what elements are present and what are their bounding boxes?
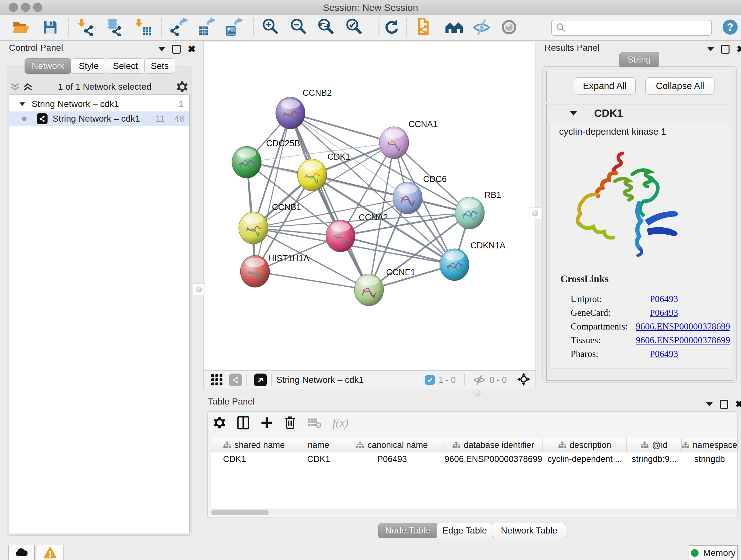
table-cell[interactable]: CDK1 [297,452,340,466]
cloud-button[interactable] [8,545,35,560]
export-table-button[interactable] [197,17,215,37]
show-eye-icon-button[interactable] [500,17,518,37]
node-table: shared namenamecanonical namedatabase id… [211,438,738,509]
network-collection-row[interactable]: String Network – cdk1 1 [9,97,189,111]
save-session-button[interactable] [42,17,58,37]
crosslink-link[interactable]: 9606.ENSP00000378699 [636,321,730,335]
network-canvas[interactable]: CCNB2CCNA1CDC25BCDK1CDC6RB1CCNB1CCNA2CDK… [203,42,536,370]
column-header-shared-name[interactable]: shared name [211,438,297,452]
horizontal-splitter-handle[interactable] [474,389,481,396]
function-builder-icon[interactable]: f(x) [333,416,348,429]
grid-view-icon[interactable] [211,373,223,387]
delete-column-icon[interactable] [284,416,296,430]
collapse-all-icon[interactable] [10,82,20,91]
share-view-icon[interactable] [229,374,242,386]
float-panel-icon[interactable] [720,400,728,409]
network-node-CDKN1A[interactable]: CDKN1A [440,241,506,281]
zoom-out-button[interactable] [289,17,308,37]
float-panel-icon[interactable] [721,45,730,54]
tab-edge-table[interactable]: Edge Table [436,523,493,538]
zoom-selected-button[interactable] [345,17,363,37]
tab-style[interactable]: Style [71,58,107,74]
share-document-button[interactable] [415,17,433,37]
tree-expand-icon[interactable] [19,102,25,106]
column-header-description[interactable]: description [543,438,627,452]
table-cell[interactable]: 9606.ENSP00000378699 [444,452,543,466]
add-column-icon[interactable] [260,416,273,429]
delete-table-icon[interactable] [307,417,322,428]
crosslink-link[interactable]: P06493 [650,349,678,362]
table-hscrollbar[interactable] [211,509,737,515]
node-label-CDC6: CDC6 [423,174,447,184]
hscroll-thumb[interactable] [211,509,269,515]
column-header-canonical-name[interactable]: canonical name [340,438,444,452]
collapse-all-button[interactable]: Collapse All [645,77,715,95]
table-cell[interactable]: cyclin-dependent ... [543,452,627,466]
close-panel-icon[interactable]: ✖ [735,401,741,408]
column-header--id[interactable]: @id [627,438,682,452]
close-panel-icon[interactable]: ✖ [737,46,741,53]
search-input[interactable] [569,23,711,33]
crosslink-row: Uniprot:P06493 [570,294,730,307]
network-node-CDC25B[interactable]: CDC25B [232,138,300,178]
table-cell[interactable]: CDK1 [211,452,297,466]
zoom-fit-button[interactable] [317,17,335,37]
network-node-CDC6[interactable]: CDC6 [393,174,447,214]
network-node-CCNB1[interactable]: CCNB1 [239,202,301,244]
crosslink-link[interactable]: P06493 [650,307,678,321]
network-node-HIST1H1A[interactable]: HIST1H1A [240,253,309,287]
import-table-button[interactable] [134,17,152,37]
tab-string[interactable]: String [619,52,659,67]
tab-sets[interactable]: Sets [144,58,175,74]
collapse-panel-icon[interactable] [706,402,713,407]
selected-checkbox-icon[interactable] [425,375,434,385]
table-row[interactable]: CDK1CDK1P064939606.ENSP00000378699cyclin… [211,452,738,466]
table-panel-title: Table Panel [208,396,255,407]
export-network-button[interactable] [170,17,188,37]
hide-eye-icon-button[interactable] [472,17,491,37]
crosslink-link[interactable]: 9606.ENSP00000378699 [636,335,730,349]
table-cell[interactable]: P06493 [340,452,444,466]
collapse-panel-icon[interactable] [707,47,714,51]
node-label-CCNA2: CCNA2 [359,212,388,222]
tab-network[interactable]: Network [24,58,71,74]
tab-node-table[interactable]: Node Table [378,523,437,538]
detach-view-icon[interactable] [254,374,267,386]
export-image-button[interactable] [225,17,243,37]
expand-all-button[interactable]: Expand All [574,77,636,95]
show-columns-icon[interactable] [237,416,250,430]
close-panel-icon[interactable]: ✖ [188,46,196,53]
memory-button[interactable]: Memory [689,545,738,560]
open-session-button[interactable] [12,17,30,37]
help-button[interactable]: ? [722,17,738,37]
column-header-namespace[interactable]: namespace [682,438,738,452]
float-panel-icon[interactable] [172,45,181,54]
table-cell[interactable]: stringdb [682,452,738,466]
section-collapse-icon[interactable] [570,111,577,116]
left-splitter-handle[interactable] [193,284,205,295]
warning-button[interactable] [37,545,64,560]
crosslink-link[interactable]: P06493 [650,294,678,307]
birdseye-icon[interactable] [517,373,530,387]
table-gear-icon[interactable] [213,416,226,429]
network-node-RB1[interactable]: RB1 [455,190,501,229]
column-header-name[interactable]: name [297,438,340,452]
toolbar-search-field[interactable] [551,20,712,36]
network-node-CCNE1[interactable]: CCNE1 [354,267,415,306]
expand-all-icon[interactable] [22,82,33,91]
tab-select[interactable]: Select [106,58,145,74]
import-network-from-database-button[interactable] [104,17,123,37]
collapse-panel-icon[interactable] [158,47,165,51]
network-row-selected[interactable]: String Network – cdk1 11 48 [9,111,189,126]
refresh-button[interactable] [382,17,400,37]
network-node-CCNA1[interactable]: CCNA1 [380,119,438,159]
table-cell[interactable]: stringdb:9... [627,452,682,466]
zoom-in-button[interactable] [261,17,280,37]
import-network-button[interactable] [77,17,94,37]
gear-icon[interactable] [176,81,188,93]
tab-network-table[interactable]: Network Table [492,523,566,538]
houses-button[interactable] [444,17,464,37]
column-header-database-identifier[interactable]: database identifier [444,438,543,452]
hidden-eye-icon[interactable] [473,375,486,385]
right-splitter-handle[interactable] [529,207,541,219]
